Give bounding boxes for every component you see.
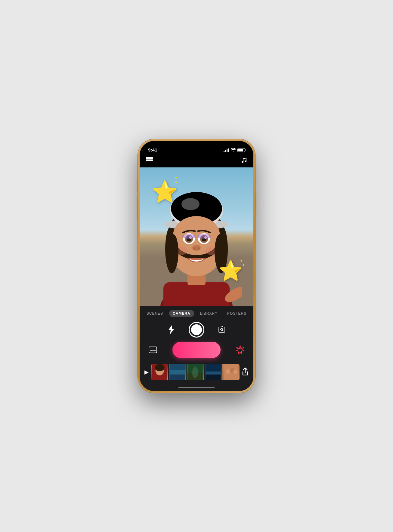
bottom-controls: SCENES CAMERA LIBRARY POSTERS [140, 306, 253, 391]
tab-scenes[interactable]: SCENES [143, 310, 167, 317]
svg-point-2 [242, 161, 243, 163]
camera-controls-row [140, 320, 253, 339]
home-indicator [140, 384, 253, 391]
sparkle-left: ✦✦ [174, 175, 178, 185]
effects-button[interactable] [234, 344, 246, 356]
filmstrip-row: ▶ [140, 363, 253, 384]
film-clip-3[interactable] [187, 364, 204, 380]
svg-rect-39 [149, 347, 157, 353]
sparkle-right: ✦ ✦ [240, 259, 245, 267]
svg-rect-1 [146, 159, 153, 161]
tab-library[interactable]: LIBRARY [196, 310, 221, 317]
wifi-icon [231, 148, 236, 152]
svg-point-44 [155, 364, 165, 371]
svg-point-56 [225, 369, 230, 374]
play-button[interactable]: ▶ [144, 369, 149, 375]
status-time: 9:41 [148, 147, 157, 152]
action-row [140, 339, 253, 363]
status-icons [224, 148, 245, 152]
battery-icon [237, 148, 245, 152]
phone-device: 9:41 [138, 139, 255, 393]
capture-inner [191, 324, 202, 335]
svg-point-26 [197, 234, 211, 239]
layers-icon[interactable] [146, 157, 153, 165]
filmstrip[interactable] [151, 364, 240, 380]
svg-rect-48 [170, 375, 185, 380]
capture-button[interactable] [189, 322, 204, 338]
svg-rect-47 [170, 370, 185, 375]
home-bar [178, 387, 215, 388]
svg-rect-54 [206, 375, 221, 380]
svg-point-28 [193, 247, 196, 250]
svg-point-21 [182, 234, 196, 239]
svg-rect-45 [155, 375, 165, 380]
film-clip-1[interactable] [151, 364, 168, 380]
star-emoji-left: ⭐ [152, 179, 178, 204]
svg-rect-5 [163, 282, 230, 306]
star-emoji-right: ⭐ [218, 259, 243, 282]
flip-camera-button[interactable] [216, 324, 227, 335]
svg-rect-0 [146, 157, 153, 159]
phone-screen: 9:41 [140, 141, 253, 391]
app-header [140, 154, 253, 167]
share-button[interactable] [242, 368, 249, 377]
svg-rect-53 [206, 371, 221, 375]
film-clip-4[interactable] [205, 364, 222, 380]
flash-button[interactable] [166, 324, 177, 335]
tab-camera[interactable]: CAMERA [169, 310, 194, 317]
film-clip-2[interactable] [169, 364, 186, 380]
svg-point-36 [168, 234, 178, 270]
svg-point-15 [181, 198, 200, 210]
svg-point-3 [245, 161, 246, 162]
svg-point-51 [192, 367, 198, 378]
notch [172, 141, 221, 150]
svg-point-58 [233, 370, 237, 374]
svg-point-29 [197, 247, 200, 250]
signal-icon [224, 148, 229, 152]
tab-posters[interactable]: POSTERS [224, 310, 250, 317]
camera-viewfinder: ⭐ ✦✦ ⭐ ✦ ✦ [140, 167, 253, 306]
film-clip-5[interactable] [222, 364, 240, 380]
music-icon[interactable] [241, 157, 247, 165]
tab-bar: SCENES CAMERA LIBRARY POSTERS [140, 306, 253, 320]
record-button[interactable] [172, 342, 221, 358]
caption-button[interactable] [147, 344, 159, 356]
